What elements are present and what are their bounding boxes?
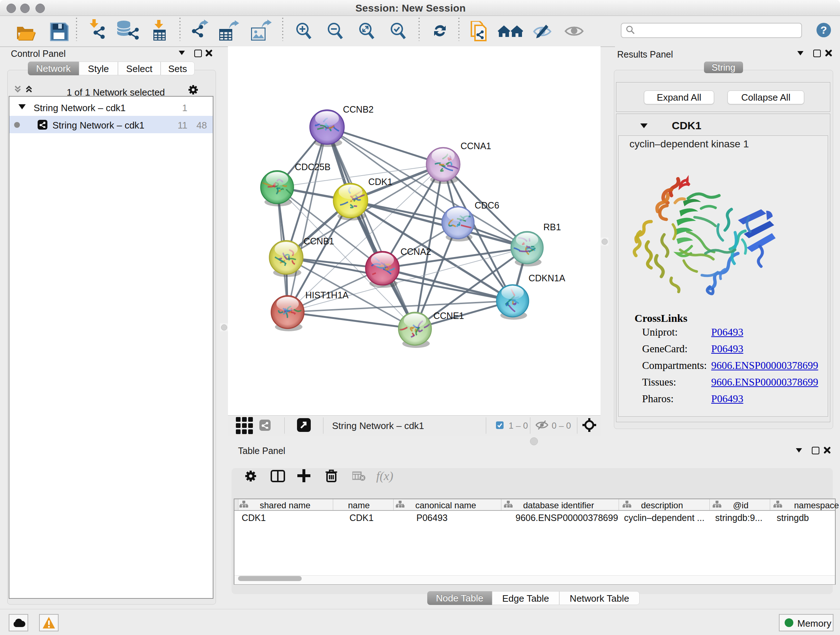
svg-text:CDC6: CDC6 [475, 200, 499, 211]
svg-text:CCNA1: CCNA1 [461, 141, 491, 151]
svg-text:CCNB1: CCNB1 [303, 236, 334, 246]
svg-text:CDC25B: CDC25B [295, 162, 331, 172]
svg-text:CCNA2: CCNA2 [401, 247, 431, 257]
svg-text:CDKN1A: CDKN1A [529, 273, 565, 283]
svg-text:CCNE1: CCNE1 [433, 310, 464, 321]
svg-text:RB1: RB1 [543, 222, 561, 232]
svg-text:HIST1H1A: HIST1H1A [305, 290, 349, 300]
svg-text:CDK1: CDK1 [368, 177, 393, 187]
svg-text:CCNB2: CCNB2 [343, 104, 374, 114]
